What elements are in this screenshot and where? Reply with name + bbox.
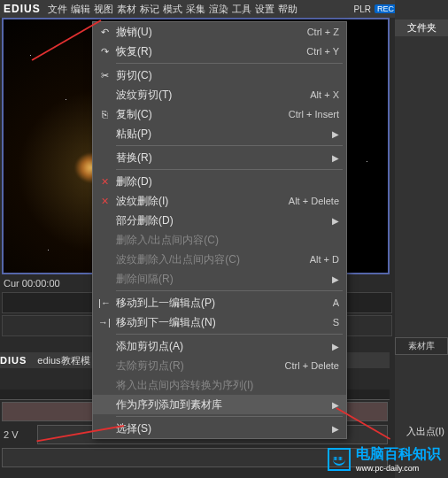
delete-icon: ✕ bbox=[93, 176, 116, 188]
menu-capture[interactable]: 采集 bbox=[184, 3, 207, 16]
plr-indicator: PLR bbox=[353, 4, 370, 14]
submenu-arrow-icon: ▶ bbox=[332, 129, 339, 139]
redo-icon: ↷ bbox=[93, 46, 116, 58]
menu-separator bbox=[116, 145, 343, 146]
menu-help[interactable]: 帮助 bbox=[276, 3, 299, 16]
delete-icon: ✕ bbox=[93, 196, 116, 207]
menu-edit[interactable]: 编辑 bbox=[69, 3, 92, 16]
star-icon bbox=[367, 161, 367, 162]
menu-undo[interactable]: ↶撤销(U)Ctrl + Z bbox=[93, 22, 346, 42]
menu-mode[interactable]: 模式 bbox=[161, 3, 184, 16]
menu-copy[interactable]: ⎘复制(C)Ctrl + Insert bbox=[93, 104, 346, 124]
menu-render[interactable]: 渲染 bbox=[207, 3, 230, 16]
submenu-arrow-icon: ▶ bbox=[332, 424, 339, 434]
menu-cut[interactable]: ✂剪切(C) bbox=[93, 66, 346, 85]
menu-ripple-delete[interactable]: ✕波纹删除(I)Alt + Delete bbox=[93, 191, 346, 211]
copy-icon: ⎘ bbox=[93, 109, 116, 120]
menu-remove-cutpoint: 去除剪切点(R)Ctrl + Delete bbox=[93, 356, 346, 375]
prev-edit-icon: |← bbox=[93, 297, 116, 308]
folder-panel-title: 文件夹 bbox=[395, 19, 448, 36]
menu-inout-to-sequence: 将入出点间内容转换为序列(I) bbox=[93, 375, 346, 395]
menu-clip[interactable]: 素材 bbox=[115, 3, 138, 16]
app-logo: EDIUS bbox=[4, 3, 41, 15]
menu-delete-inout: 删除入/出点间内容(C) bbox=[93, 230, 346, 250]
menu-paste[interactable]: 粘贴(P)▶ bbox=[93, 124, 346, 143]
right-panel: 文件夹 素材库 bbox=[395, 0, 448, 478]
undo-icon: ↶ bbox=[93, 27, 116, 38]
submenu-arrow-icon: ▶ bbox=[332, 153, 339, 163]
timeline-logo: DIUS bbox=[0, 355, 27, 366]
menu-delete-gap: 删除间隔(R)▶ bbox=[93, 269, 346, 289]
watermark-icon bbox=[328, 448, 351, 471]
watermark-brand: 电脑百科知识 bbox=[356, 445, 441, 464]
menu-select[interactable]: 选择(S)▶ bbox=[93, 419, 346, 438]
submenu-arrow-icon: ▶ bbox=[332, 216, 339, 226]
menu-view[interactable]: 视图 bbox=[92, 3, 115, 16]
watermark: 电脑百科知识 www.pc-daily.com bbox=[328, 445, 441, 473]
menu-redo[interactable]: ↷恢复(R)Ctrl + Y bbox=[93, 42, 346, 61]
menu-prev-edit-point[interactable]: |←移动到上一编辑点(P)A bbox=[93, 293, 346, 312]
track-label[interactable]: 2 V bbox=[0, 429, 35, 440]
main-menu-bar: EDIUS 文件 编辑 视图 素材 标记 模式 采集 渲染 工具 设置 帮助 P… bbox=[0, 0, 448, 18]
star-icon bbox=[30, 55, 31, 56]
menu-replace[interactable]: 替换(R)▶ bbox=[93, 148, 346, 167]
menu-marker[interactable]: 标记 bbox=[138, 3, 161, 16]
menu-partial-delete[interactable]: 部分删除(D)▶ bbox=[93, 211, 346, 230]
rec-indicator: REC bbox=[375, 4, 397, 13]
next-edit-icon: →| bbox=[93, 317, 116, 328]
menu-add-cutpoint[interactable]: 添加剪切点(A)▶ bbox=[93, 336, 346, 356]
menu-file[interactable]: 文件 bbox=[46, 3, 69, 16]
edit-context-menu: ↶撤销(U)Ctrl + Z ↷恢复(R)Ctrl + Y ✂剪切(C) 波纹剪… bbox=[92, 21, 347, 439]
menu-separator bbox=[116, 334, 343, 335]
menu-separator bbox=[116, 416, 343, 417]
menu-separator bbox=[116, 63, 343, 64]
menu-tools[interactable]: 工具 bbox=[230, 3, 253, 16]
bin-tab[interactable]: 素材库 bbox=[395, 337, 448, 355]
project-name: edius教程模 bbox=[37, 354, 89, 367]
star-icon bbox=[66, 99, 66, 100]
menu-next-edit-point[interactable]: →|移动到下一编辑点(N)S bbox=[93, 312, 346, 332]
menu-settings[interactable]: 设置 bbox=[253, 3, 276, 16]
menu-add-sequence-to-bin[interactable]: 作为序列添加到素材库▶ bbox=[93, 395, 346, 414]
submenu-arrow-icon: ▶ bbox=[332, 274, 339, 284]
menu-delete[interactable]: ✕删除(D) bbox=[93, 172, 346, 191]
watermark-url: www.pc-daily.com bbox=[356, 464, 441, 473]
cut-icon: ✂ bbox=[93, 70, 116, 81]
star-icon bbox=[48, 250, 49, 251]
menu-ripple-delete-inout: 波纹删除入/出点间内容(C)Alt + D bbox=[93, 250, 346, 269]
submenu-arrow-icon: ▶ bbox=[332, 342, 339, 351]
menu-ripple-cut[interactable]: 波纹剪切(T)Alt + X bbox=[93, 85, 346, 104]
menu-separator bbox=[116, 169, 343, 170]
submenu-preview[interactable]: 入出点(I) bbox=[406, 425, 444, 438]
menu-separator bbox=[116, 290, 343, 291]
